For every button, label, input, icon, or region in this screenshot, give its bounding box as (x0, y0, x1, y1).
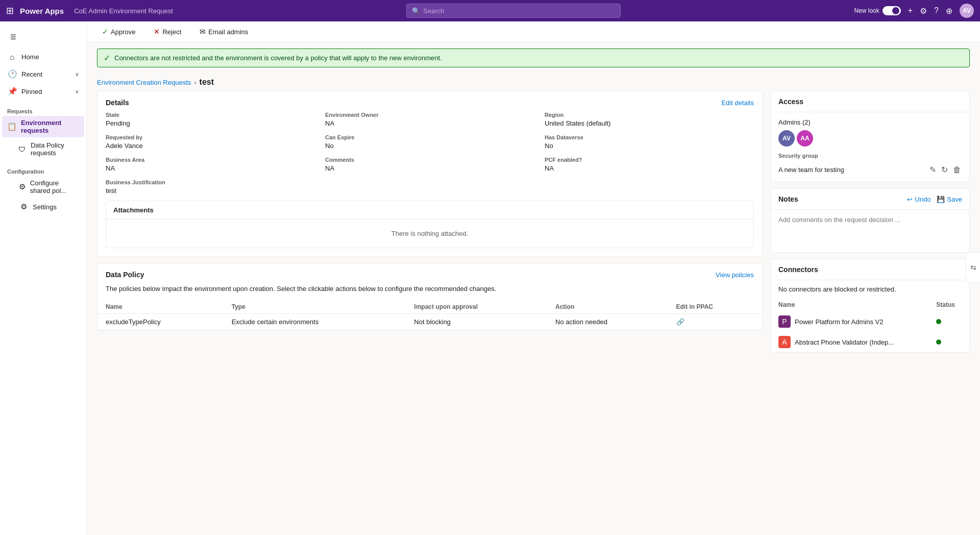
share-panel-button[interactable]: ⇆ (966, 252, 980, 283)
env-owner-label: Environment Owner (325, 112, 534, 118)
sidebar-item-settings[interactable]: ⚙ Settings (2, 199, 84, 215)
undo-label: Undo (915, 196, 930, 203)
connector-1-icon: P (778, 315, 791, 328)
sidebar-item-configure-shared[interactable]: ⚙ Configure shared pol... (2, 176, 84, 198)
approve-button[interactable]: ✓ Approve (97, 26, 140, 38)
topnav: ⊞ Power Apps CoE Admin Environment Reque… (0, 0, 980, 21)
sidebar-item-recent[interactable]: 🕐 Recent ∨ (2, 66, 84, 82)
connectors-col-status: Status (929, 298, 969, 311)
can-expire-field: Can Expire No (325, 134, 534, 150)
notes-actions: ↩ Undo 💾 Save (907, 196, 962, 203)
sidebar-item-home[interactable]: ⌂ Home (2, 48, 84, 65)
state-label: State (106, 112, 315, 118)
has-dataverse-field: Has Dataverse No (545, 134, 754, 150)
pcf-value: NA (545, 164, 754, 172)
waffle-icon[interactable]: ⊞ (6, 5, 14, 16)
save-icon: 💾 (937, 196, 945, 203)
data-policy-title: Data Policy (106, 271, 144, 279)
connector-row: A Abstract Phone Validator (Indep... (771, 332, 969, 352)
notes-title: Notes (778, 195, 798, 203)
toggle-switch[interactable] (883, 6, 901, 15)
admins-label: Admins (2) (778, 118, 962, 126)
save-label: Save (947, 196, 962, 203)
policy-col-name: Name (97, 300, 224, 314)
comments-field: Comments NA (325, 157, 534, 172)
new-look-toggle[interactable]: New look (854, 6, 900, 15)
region-value: United States (default) (545, 119, 754, 127)
policy-row-name: excludeTypePolicy (97, 313, 224, 330)
reject-button[interactable]: ✕ Reject (149, 26, 186, 38)
sidebar-menu-icon[interactable]: ☰ (4, 28, 22, 46)
business-justification-value: test (106, 187, 754, 194)
requested-by-value: Adele Vance (106, 142, 315, 150)
sg-edit-button[interactable]: ✎ (928, 164, 937, 176)
region-label: Region (545, 112, 754, 118)
search-box[interactable]: 🔍 (406, 4, 621, 18)
details-card-body: State Pending Environment Owner NA Regio… (97, 112, 762, 256)
configure-icon: ⚙ (18, 182, 26, 192)
email-admins-button[interactable]: ✉ Email admins (194, 26, 253, 38)
connector-2-name: A Abstract Phone Validator (Indep... (771, 332, 929, 352)
email-admins-label: Email admins (208, 28, 248, 36)
connector-1-status (929, 311, 969, 332)
state-field: State Pending (106, 112, 315, 127)
app-name[interactable]: Power Apps (20, 7, 64, 15)
breadcrumb-parent[interactable]: Environment Creation Requests (97, 79, 191, 86)
business-justification-label: Business Justification (106, 179, 754, 185)
policy-col-type: Type (224, 300, 406, 314)
view-policies-link[interactable]: View policies (716, 271, 754, 279)
connector-2-status (929, 332, 969, 352)
security-group-value: A new team for testing (778, 166, 844, 174)
connector-2-status-dot (936, 339, 941, 345)
sidebar-item-data-policy[interactable]: 🛡 Data Policy requests (2, 138, 84, 160)
attachments-title: Attachments (106, 201, 753, 220)
settings-icon[interactable]: ⚙ (920, 6, 927, 16)
notes-textarea[interactable] (771, 210, 969, 251)
breadcrumb-current: test (200, 78, 214, 87)
notes-undo-button[interactable]: ↩ Undo (907, 196, 930, 203)
comments-label: Comments (325, 157, 534, 163)
policy-row-action: No action needed (547, 313, 668, 330)
access-panel: Access Admins (2) AV AA Security group A… (771, 91, 970, 182)
data-policy-card: Data Policy View policies The policies b… (97, 263, 763, 331)
approve-icon: ✓ (102, 28, 108, 36)
details-card-header: Details Edit details (97, 91, 762, 112)
policy-col-action: Action (547, 300, 668, 314)
sidebar-item-env-requests[interactable]: 📋 Environment requests (2, 116, 84, 137)
policy-row-impact: Not blocking (406, 313, 547, 330)
avatar[interactable]: AV (960, 4, 974, 18)
policy-table: Name Type Impact upon approval Action Ed… (97, 300, 762, 330)
sidebar-configure-label: Configure shared pol... (30, 179, 79, 194)
search-icon: 🔍 (412, 7, 420, 15)
access-title: Access (771, 91, 969, 112)
reject-label: Reject (162, 28, 181, 36)
policy-col-impact: Impact upon approval (406, 300, 547, 314)
search-input[interactable] (423, 7, 615, 15)
attachments-box: Attachments There is nothing attached. (106, 201, 754, 248)
app-container: ☰ ⌂ Home 🕐 Recent ∨ 📌 Pinned ∨ Requests … (0, 21, 980, 535)
security-group-row: A new team for testing ✎ ↻ 🗑 (778, 164, 962, 176)
state-value: Pending (106, 119, 315, 127)
has-dataverse-label: Has Dataverse (545, 134, 754, 140)
sidebar-recent-label: Recent (21, 70, 42, 78)
help-icon[interactable]: ? (934, 6, 939, 15)
copilot-icon[interactable]: ⊕ (946, 6, 952, 16)
main-left: Details Edit details State Pending Envir… (97, 91, 763, 359)
add-icon[interactable]: + (908, 6, 913, 15)
notes-save-button[interactable]: 💾 Save (937, 196, 962, 203)
undo-icon: ↩ (907, 196, 913, 203)
requests-section-label: Requests (0, 104, 86, 115)
requested-by-label: Requested by (106, 134, 315, 140)
edit-details-link[interactable]: Edit details (721, 99, 754, 107)
policy-row-edit[interactable]: 🔗 (668, 313, 762, 330)
connectors-no-blocked: No connectors are blocked or restricted. (771, 280, 969, 298)
access-body: Admins (2) AV AA Security group A new te… (771, 112, 969, 182)
security-group-label: Security group (778, 153, 962, 159)
admin-avatar-aa: AA (797, 130, 813, 147)
sidebar-pinned-label: Pinned (21, 88, 42, 95)
sg-delete-button[interactable]: 🗑 (952, 164, 962, 176)
sidebar-item-pinned[interactable]: 📌 Pinned ∨ (2, 83, 84, 100)
sg-refresh-button[interactable]: ↻ (940, 164, 949, 176)
edit-ppac-icon: 🔗 (676, 318, 684, 326)
share-icon: ⇆ (970, 263, 976, 272)
